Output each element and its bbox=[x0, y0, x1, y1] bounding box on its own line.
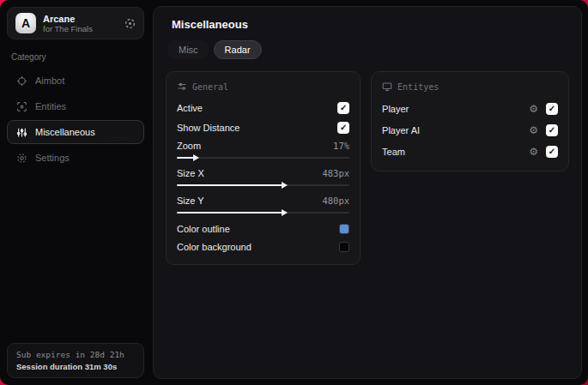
general-panel-header: General bbox=[177, 81, 349, 92]
entity-label: Player AI bbox=[382, 125, 529, 135]
setting-row-color-outline: Color outline bbox=[177, 220, 349, 238]
session-duration-text: Session duration 31m 30s bbox=[16, 362, 135, 371]
slider-thumb[interactable] bbox=[282, 209, 288, 216]
subscription-card: Sub expires in 28d 21h Session duration … bbox=[7, 343, 144, 378]
entity-row-player-ai: Player AI ⚙ ✓ bbox=[382, 119, 558, 141]
player-checkbox[interactable]: ✓ bbox=[546, 103, 558, 115]
sidebar-item-label: Settings bbox=[35, 153, 70, 163]
sidebar-item-label: Miscellaneous bbox=[35, 127, 95, 137]
zoom-slider[interactable] bbox=[177, 157, 349, 159]
sidebar-spacer bbox=[7, 171, 144, 343]
entities-panel-header: Entityes bbox=[382, 81, 558, 92]
app-title-block: Arcane for The Finals bbox=[43, 14, 93, 33]
sidebar-item-aimbot[interactable]: Aimbot bbox=[7, 69, 144, 93]
sidebar-header-card: A Arcane for The Finals bbox=[7, 7, 144, 39]
entity-gear-icon[interactable]: ⚙ bbox=[529, 125, 538, 135]
category-label: Category bbox=[11, 52, 140, 62]
size-x-slider[interactable] bbox=[177, 184, 349, 186]
setting-label: Size Y bbox=[177, 196, 204, 206]
color-outline-swatch[interactable] bbox=[339, 224, 349, 234]
setting-label: Zoom bbox=[177, 141, 201, 151]
sidebar-item-entities[interactable]: Entities bbox=[7, 94, 144, 118]
dots-decoration: ······ bbox=[111, 134, 135, 141]
sidebar-item-miscellaneous[interactable]: Miscellaneous ······ bbox=[7, 120, 144, 144]
crosshair-icon bbox=[16, 75, 27, 87]
main-panel: Miscellaneous Misc Radar General bbox=[153, 6, 582, 379]
page-title: Miscellaneous bbox=[172, 18, 569, 31]
sliders-icon bbox=[16, 127, 27, 138]
setting-label: Size X bbox=[177, 168, 204, 178]
tab-radar[interactable]: Radar bbox=[214, 40, 262, 59]
setting-label: Active bbox=[177, 103, 203, 113]
panels-row: General Active ✓ Show Distance ✓ Zoom 17… bbox=[166, 71, 569, 265]
app-title: Arcane bbox=[43, 14, 93, 24]
entity-row-team: Team ⚙ ✓ bbox=[382, 141, 558, 162]
entity-gear-icon[interactable]: ⚙ bbox=[529, 104, 538, 114]
color-background-swatch[interactable] bbox=[339, 242, 349, 252]
entity-label: Player bbox=[382, 104, 529, 114]
show-distance-checkbox[interactable]: ✓ bbox=[337, 122, 349, 134]
monitor-icon bbox=[382, 81, 392, 92]
loader-gear-icon[interactable] bbox=[124, 18, 136, 29]
general-panel: General Active ✓ Show Distance ✓ Zoom 17… bbox=[166, 71, 361, 265]
zoom-value: 17% bbox=[333, 141, 349, 151]
size-x-value: 483px bbox=[322, 168, 349, 178]
tab-bar: Misc Radar bbox=[167, 40, 569, 59]
slider-thumb[interactable] bbox=[193, 154, 199, 161]
active-checkbox[interactable]: ✓ bbox=[337, 102, 349, 114]
slider-thumb[interactable] bbox=[282, 182, 288, 189]
entities-panel: Entityes Player ⚙ ✓ Player AI ⚙ ✓ Team bbox=[371, 71, 569, 171]
player-ai-checkbox[interactable]: ✓ bbox=[546, 124, 558, 136]
setting-row-zoom: Zoom 17% bbox=[177, 137, 349, 159]
sidebar-item-settings[interactable]: Settings bbox=[7, 146, 144, 170]
entity-row-player: Player ⚙ ✓ bbox=[382, 98, 558, 119]
setting-row-size-x: Size X 483px bbox=[177, 165, 349, 186]
tab-misc[interactable]: Misc bbox=[167, 40, 209, 59]
desktop-background: A Arcane for The Finals Category bbox=[0, 0, 588, 385]
size-y-value: 480px bbox=[322, 196, 349, 206]
entity-gear-icon[interactable]: ⚙ bbox=[529, 147, 538, 157]
setting-label: Color background bbox=[177, 242, 252, 252]
app-window: A Arcane for The Finals Category bbox=[0, 0, 588, 385]
scan-eye-icon bbox=[16, 101, 27, 112]
general-panel-title: General bbox=[192, 82, 228, 92]
setting-row-show-distance: Show Distance ✓ bbox=[177, 117, 349, 137]
app-subtitle: for The Finals bbox=[43, 24, 93, 33]
setting-label: Show Distance bbox=[177, 123, 239, 133]
sidebar-item-label: Entities bbox=[35, 101, 66, 111]
sub-expiry-text: Sub expires in 28d 21h bbox=[16, 350, 135, 359]
team-checkbox[interactable]: ✓ bbox=[546, 146, 558, 158]
setting-label: Color outline bbox=[177, 224, 230, 234]
setting-row-active: Active ✓ bbox=[177, 98, 349, 117]
sliders-horizontal-icon bbox=[177, 81, 187, 92]
setting-row-size-y: Size Y 480px bbox=[177, 192, 349, 214]
entity-label: Team bbox=[382, 147, 529, 157]
app-logo: A bbox=[15, 13, 36, 33]
sidebar: A Arcane for The Finals Category bbox=[0, 0, 151, 385]
gear-icon bbox=[16, 153, 27, 164]
size-y-slider[interactable] bbox=[177, 212, 349, 214]
setting-row-color-background: Color background bbox=[177, 238, 349, 256]
entities-panel-title: Entityes bbox=[397, 82, 439, 92]
sidebar-item-label: Aimbot bbox=[35, 75, 64, 86]
